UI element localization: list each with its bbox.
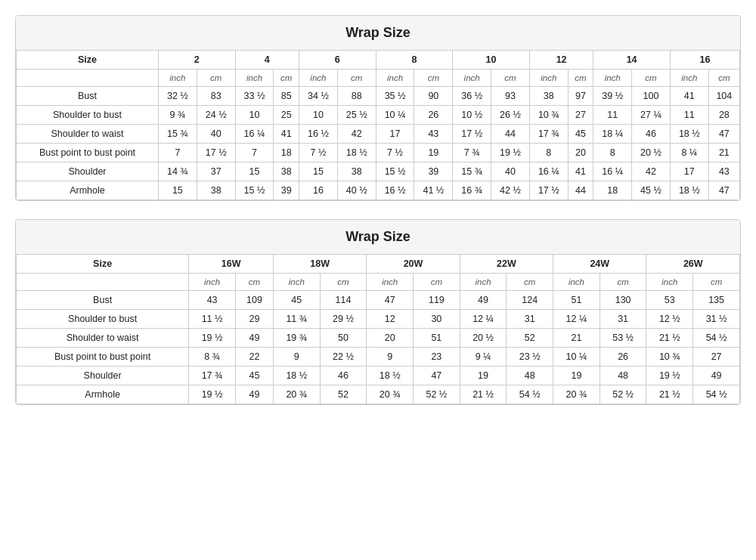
cell-value: 18 ½	[273, 367, 320, 385]
unit-inch-7: inch	[593, 70, 632, 87]
unit-cm-6: cm	[568, 70, 593, 87]
table-row: Shoulder14 ¾371538153815 ½3915 ¾4016 ¼41…	[17, 162, 740, 181]
cell-value: 17 ¾	[189, 367, 236, 385]
row-label: Armhole	[17, 181, 159, 200]
cell-value: 7	[235, 144, 274, 162]
cell-value: 52	[320, 385, 367, 404]
table-row: Shoulder to bust9 ¾24 ½10251025 ½10 ¼261…	[17, 106, 740, 125]
col-size-4: 4	[235, 51, 299, 70]
table-row: Shoulder to bust11 ½2911 ¾29 ½123012 ¼31…	[17, 310, 740, 329]
cell-value: 7	[158, 144, 197, 162]
cell-value: 43	[414, 125, 453, 144]
cell-value: 50	[320, 329, 367, 348]
cell-value: 31	[507, 310, 553, 329]
cell-value: 20	[568, 144, 593, 162]
cell-value: 41	[568, 162, 593, 181]
cell-value: 15	[158, 181, 197, 200]
cell-value: 7 ½	[376, 144, 414, 162]
cell-value: 10 ¼	[376, 106, 414, 125]
cell-value: 19 ½	[189, 329, 236, 348]
col-size-header: Size	[17, 51, 159, 70]
cell-value: 26	[414, 106, 453, 125]
col-size-22w: 22W	[460, 255, 553, 274]
cell-value: 53	[646, 291, 693, 310]
cell-value: 43	[708, 162, 739, 181]
cell-value: 54 ½	[693, 385, 740, 404]
cell-value: 45	[568, 125, 593, 144]
cell-value: 52 ½	[414, 385, 460, 404]
col-size-24w: 24W	[553, 255, 646, 274]
cell-value: 24 ½	[197, 106, 235, 125]
cell-value: 12 ½	[646, 310, 693, 329]
cell-value: 48	[507, 367, 553, 385]
cell-value: 33 ½	[235, 87, 274, 106]
col-size-20w: 20W	[367, 255, 460, 274]
unit-cm-t2-4: cm	[507, 274, 553, 291]
unit-cm-t2-3: cm	[414, 274, 460, 291]
table1: Size 2 4 6 8 10 12 14 16 inch cm inch cm…	[16, 50, 740, 200]
cell-value: 39	[414, 162, 453, 181]
cell-value: 44	[568, 181, 593, 200]
cell-value: 11 ½	[189, 310, 236, 329]
cell-value: 10 ¾	[529, 106, 568, 125]
cell-value: 29 ½	[320, 310, 367, 329]
cell-value: 7 ½	[299, 144, 338, 162]
cell-value: 8	[529, 144, 568, 162]
wrap-size-table-1: Wrap Size Size 2 4 6 8 10 12 14 16 inch …	[15, 15, 741, 201]
cell-value: 10	[299, 106, 338, 125]
cell-value: 16 ¼	[529, 162, 568, 181]
col-size-header-2: Size	[17, 255, 189, 274]
cell-value: 47	[414, 367, 460, 385]
cell-value: 83	[197, 87, 235, 106]
cell-value: 38	[197, 181, 235, 200]
cell-value: 15 ¾	[158, 125, 197, 144]
cell-value: 8 ¼	[670, 144, 708, 162]
row-label: Shoulder to waist	[17, 125, 159, 144]
unit-cm-4: cm	[414, 70, 453, 87]
cell-value: 12 ¼	[460, 310, 507, 329]
cell-value: 41	[274, 125, 299, 144]
cell-value: 18 ½	[367, 367, 414, 385]
cell-value: 39 ½	[593, 87, 632, 106]
cell-value: 54 ½	[507, 385, 553, 404]
col-size-16w: 16W	[189, 255, 274, 274]
row-label: Bust	[17, 87, 159, 106]
cell-value: 17 ½	[453, 125, 491, 144]
unit-spacer-2	[17, 274, 189, 291]
cell-value: 25 ½	[337, 106, 376, 125]
cell-value: 21 ½	[646, 329, 693, 348]
cell-value: 18 ½	[670, 181, 708, 200]
unit-spacer	[17, 70, 159, 87]
cell-value: 22	[235, 348, 273, 367]
unit-cm-5: cm	[491, 70, 530, 87]
table-row: Shoulder to waist15 ¾4016 ¼4116 ½4217431…	[17, 125, 740, 144]
unit-inch-4: inch	[376, 70, 414, 87]
cell-value: 15 ¾	[453, 162, 491, 181]
cell-value: 40	[197, 125, 235, 144]
cell-value: 41	[670, 87, 708, 106]
cell-value: 12 ¼	[553, 310, 600, 329]
cell-value: 51	[414, 329, 460, 348]
cell-value: 9 ¾	[158, 106, 197, 125]
unit-inch-t2-3: inch	[367, 274, 414, 291]
row-label: Bust point to bust point	[17, 348, 189, 367]
cell-value: 12	[367, 310, 414, 329]
cell-value: 14 ¾	[158, 162, 197, 181]
table2-title: Wrap Size	[16, 220, 740, 254]
table-row: Bust point to bust point717 ½7187 ½18 ½7…	[17, 144, 740, 162]
cell-value: 25	[274, 106, 299, 125]
row-label: Shoulder to bust	[17, 310, 189, 329]
row-label: Shoulder	[17, 367, 189, 385]
row-label: Bust	[17, 291, 189, 310]
cell-value: 16	[299, 181, 338, 200]
cell-value: 97	[568, 87, 593, 106]
table-row: Shoulder to waist19 ½4919 ¾50205120 ½522…	[17, 329, 740, 348]
cell-value: 18	[274, 144, 299, 162]
table-row: Shoulder17 ¾4518 ½4618 ½471948194819 ½49	[17, 367, 740, 385]
cell-value: 19	[414, 144, 453, 162]
cell-value: 17	[376, 125, 414, 144]
cell-value: 10	[235, 106, 274, 125]
row-label: Shoulder to waist	[17, 329, 189, 348]
cell-value: 16 ½	[376, 181, 414, 200]
col-size-26w: 26W	[646, 255, 740, 274]
